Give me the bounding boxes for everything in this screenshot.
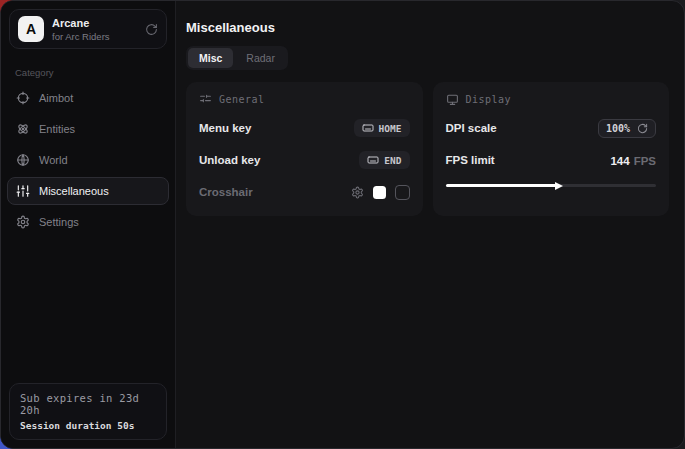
fps-limit-value: 144: [610, 155, 629, 167]
fps-slider-fill: [446, 184, 558, 187]
fps-limit-row: FPS limit 144FPS: [446, 150, 657, 170]
category-label: Category: [15, 67, 161, 78]
menu-key-value: HOME: [379, 123, 402, 134]
crosshair-label: Crosshair: [199, 186, 253, 198]
unload-key-row: Unload key END: [199, 150, 410, 170]
page-title: Miscellaneous: [186, 20, 669, 35]
crosshair-color-swatch[interactable]: [373, 186, 386, 199]
app-logo: A: [18, 16, 44, 42]
crosshair-icon: [16, 91, 30, 105]
user-card: A Arcane for Arc Riders: [9, 9, 167, 49]
crosshair-settings-icon[interactable]: [351, 186, 364, 199]
gear-icon: [16, 215, 30, 229]
sidebar-item-miscellaneous[interactable]: Miscellaneous: [7, 177, 169, 205]
main-panel: Miscellaneous Misc Radar General: [176, 1, 684, 448]
menu-key-binding[interactable]: HOME: [354, 119, 410, 137]
sidebar-item-aimbot[interactable]: Aimbot: [7, 84, 169, 112]
sidebar-item-label: World: [39, 154, 68, 166]
menu-key-label: Menu key: [199, 122, 251, 134]
session-duration-text: Session duration 50s: [20, 420, 156, 431]
sync-icon[interactable]: [145, 23, 158, 36]
sidebar-item-label: Miscellaneous: [39, 185, 109, 197]
keyboard-icon: [362, 122, 374, 134]
keyboard-icon: [367, 154, 379, 166]
app-name: Arcane: [52, 17, 110, 29]
display-card: Display DPI scale 100% FPS limit: [433, 82, 670, 216]
fps-limit-slider[interactable]: [446, 184, 657, 187]
sidebar-item-settings[interactable]: Settings: [7, 208, 169, 236]
display-card-title: Display: [466, 94, 512, 105]
sidebar-item-label: Aimbot: [39, 92, 73, 104]
tab-bar: Misc Radar: [186, 46, 288, 70]
fps-limit-value-group: 144FPS: [610, 151, 656, 169]
crosshair-checkbox[interactable]: [395, 185, 410, 200]
sliders-horizontal-icon: [199, 93, 212, 106]
sidebar-item-entities[interactable]: Entities: [7, 115, 169, 143]
app-tagline: for Arc Riders: [52, 31, 110, 42]
rotate-icon[interactable]: [637, 123, 648, 134]
crosshair-controls: [351, 185, 410, 200]
crosshair-row: Crosshair: [199, 182, 410, 202]
display-card-header: Display: [446, 93, 657, 106]
fps-limit-unit: FPS: [634, 155, 656, 167]
unload-key-binding[interactable]: END: [359, 151, 409, 169]
unload-key-label: Unload key: [199, 154, 260, 166]
dpi-scale-label: DPI scale: [446, 122, 497, 134]
dpi-scale-value: 100%: [606, 123, 630, 134]
app-meta: Arcane for Arc Riders: [52, 17, 110, 42]
app-window: A Arcane for Arc Riders Category Aimbot: [0, 0, 685, 449]
cards-row: General Menu key HOME Unload key: [186, 82, 669, 216]
globe-icon: [16, 153, 30, 167]
sidebar-item-label: Settings: [39, 216, 79, 228]
general-card: General Menu key HOME Unload key: [186, 82, 423, 216]
monitor-icon: [446, 93, 459, 106]
fps-slider-thumb[interactable]: [555, 182, 563, 190]
tab-radar[interactable]: Radar: [235, 48, 286, 68]
tab-misc[interactable]: Misc: [188, 48, 233, 68]
general-card-header: General: [199, 93, 410, 106]
subscription-status-card: Sub expires in 23d 20h Session duration …: [9, 383, 167, 440]
menu-key-row: Menu key HOME: [199, 118, 410, 138]
general-card-title: General: [219, 94, 265, 105]
sliders-icon: [16, 184, 30, 198]
fps-limit-label: FPS limit: [446, 154, 495, 166]
dpi-scale-control[interactable]: 100%: [598, 119, 656, 138]
atom-icon: [16, 122, 30, 136]
sidebar: A Arcane for Arc Riders Category Aimbot: [1, 1, 176, 448]
sidebar-nav: Aimbot Entities: [1, 84, 175, 236]
unload-key-value: END: [384, 155, 401, 166]
dpi-scale-row: DPI scale 100%: [446, 118, 657, 138]
sidebar-item-world[interactable]: World: [7, 146, 169, 174]
sub-expires-text: Sub expires in 23d 20h: [20, 392, 156, 416]
sidebar-item-label: Entities: [39, 123, 75, 135]
